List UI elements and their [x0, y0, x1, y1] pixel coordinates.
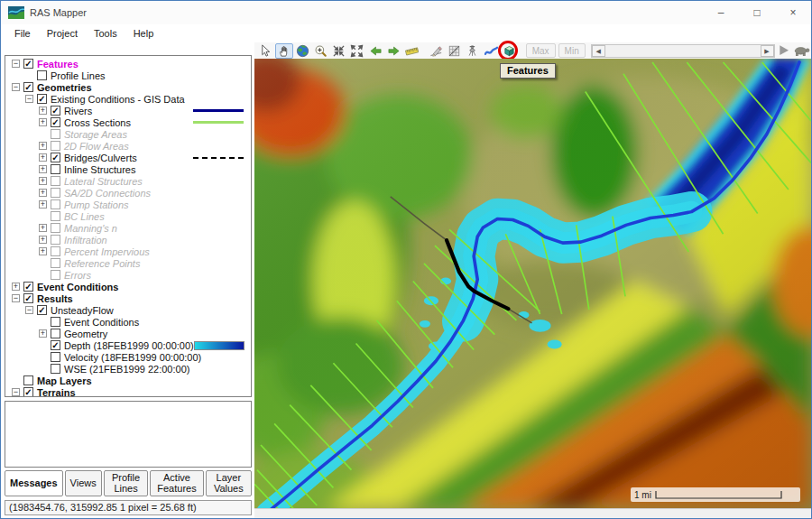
tree-item-event-conditions[interactable]: Event Conditions [7, 316, 251, 328]
menu-help[interactable]: Help [125, 26, 162, 41]
zoom-window-button[interactable] [330, 43, 347, 59]
tree-item-percent-impervious[interactable]: +Percent Impervious [7, 246, 251, 257]
layer-checkbox[interactable] [23, 375, 33, 385]
maximize-button[interactable]: □ [739, 1, 775, 24]
layer-checkbox[interactable] [51, 176, 60, 186]
layer-checkbox[interactable] [51, 364, 60, 374]
tree-item-reference-points[interactable]: Reference Points [7, 257, 251, 269]
slider-track[interactable] [605, 45, 761, 57]
tree-item-map-layers[interactable]: Map Layers [7, 375, 251, 386]
tree-item-unsteadyflow[interactable]: −✓UnsteadyFlow [7, 304, 251, 316]
layer-checkbox[interactable]: ✓ [51, 106, 60, 116]
expander-plus[interactable]: + [12, 283, 20, 291]
tab-messages[interactable]: Messages [5, 470, 63, 496]
tree-item-results[interactable]: −✓Results [7, 292, 251, 304]
animation-speed-button[interactable] [792, 43, 811, 58]
layer-checkbox[interactable]: ✓ [23, 82, 33, 92]
min-button[interactable]: Min [558, 43, 586, 58]
tree-item-lateral-structures[interactable]: +Lateral Structures [7, 175, 251, 187]
layer-checkbox[interactable]: ✓ [23, 282, 33, 292]
measure-button[interactable] [403, 43, 420, 59]
expander-plus[interactable]: + [39, 177, 47, 185]
menu-file[interactable]: File [6, 26, 39, 41]
expander-plus[interactable]: + [39, 236, 47, 244]
terrain-map-canvas[interactable] [254, 59, 811, 508]
layer-checkbox[interactable] [51, 223, 60, 233]
menu-project[interactable]: Project [39, 26, 86, 41]
map-view[interactable]: Features 1 mi [254, 59, 811, 508]
select-button[interactable] [257, 43, 274, 59]
next-view-button[interactable] [385, 43, 402, 59]
expander-minus[interactable]: − [12, 388, 20, 396]
layer-checkbox[interactable] [51, 235, 60, 245]
expander-minus[interactable]: − [12, 60, 20, 68]
expander-plus[interactable]: + [39, 224, 47, 232]
tree-item-manning-s-n[interactable]: +Manning's n [7, 222, 251, 234]
tree-item-features[interactable]: −✓Features [7, 58, 251, 70]
layer-checkbox[interactable] [51, 141, 60, 151]
layer-checkbox[interactable] [51, 246, 60, 256]
menu-tools[interactable]: Tools [86, 26, 125, 41]
play-button[interactable] [776, 43, 791, 58]
layer-checkbox[interactable] [37, 70, 47, 80]
expander-plus[interactable]: + [39, 107, 47, 115]
tool-button[interactable] [464, 43, 481, 59]
layer-checkbox[interactable]: ✓ [23, 293, 33, 303]
expander-minus[interactable]: − [25, 306, 33, 314]
tree-item-cross-sections[interactable]: +✓Cross Sections [7, 116, 251, 128]
layer-checkbox[interactable]: ✓ [23, 59, 33, 69]
layer-checkbox[interactable] [51, 352, 60, 362]
tree-item-depth-18feb1999-00-00-00[interactable]: ✓Depth (18FEB1999 00:00:00) [7, 339, 251, 351]
expander-minus[interactable]: − [12, 83, 20, 91]
tree-item-sa-2d-connections[interactable]: +SA/2D Connections [7, 187, 251, 199]
layer-checkbox[interactable] [51, 258, 60, 268]
tree-item-event-conditions[interactable]: +✓Event Conditions [7, 281, 251, 292]
tree-item-existing-conditions-gis-data[interactable]: −✓Existing Conditions - GIS Data [7, 93, 251, 105]
layer-checkbox[interactable]: ✓ [51, 117, 60, 127]
layer-checkbox[interactable]: ✓ [37, 94, 47, 104]
features-button[interactable] [501, 43, 518, 59]
tree-item-rivers[interactable]: +✓Rivers [7, 105, 251, 116]
tree-item-terrains[interactable]: −✓Terrains [7, 386, 251, 397]
edit-button[interactable] [428, 43, 445, 59]
tree-item-pump-stations[interactable]: +Pump Stations [7, 199, 251, 210]
zoom-full-button[interactable] [348, 43, 365, 59]
layer-checkbox[interactable] [51, 329, 60, 338]
tree-item-infiltration[interactable]: +Infiltration [7, 234, 251, 246]
mesh-button[interactable] [446, 43, 463, 59]
expander-plus[interactable]: + [39, 247, 47, 255]
tree-item-geometries[interactable]: −✓Geometries [7, 81, 251, 93]
tree-item-bridges-culverts[interactable]: +✓Bridges/Culverts [7, 152, 251, 163]
expander-plus[interactable]: + [39, 153, 47, 162]
zoom-in-button[interactable] [312, 43, 329, 59]
slider-left-arrow[interactable]: ◀ [592, 45, 605, 57]
tree-item-inline-structures[interactable]: +Inline Structures [7, 163, 251, 175]
expander-plus[interactable]: + [39, 118, 47, 126]
tree-item-bc-lines[interactable]: BC Lines [7, 210, 251, 222]
slider-right-arrow[interactable]: ▶ [761, 45, 774, 57]
layer-checkbox[interactable] [51, 164, 60, 174]
max-button[interactable]: Max [526, 43, 556, 58]
layer-checkbox[interactable] [51, 188, 60, 198]
tree-item-2d-flow-areas[interactable]: +2D Flow Areas [7, 140, 251, 152]
tree-item-wse-21feb1999-22-00-00[interactable]: WSE (21FEB1999 22:00:00) [7, 363, 251, 375]
expander-plus[interactable]: + [39, 329, 47, 338]
expander-minus[interactable]: − [12, 294, 20, 302]
tree-item-profile-lines[interactable]: Profile Lines [7, 70, 251, 81]
close-button[interactable]: × [775, 1, 811, 24]
minimize-button[interactable]: – [703, 1, 739, 24]
tree-item-storage-areas[interactable]: Storage Areas [7, 128, 251, 140]
tree-item-errors[interactable]: Errors [7, 269, 251, 281]
expander-minus[interactable]: − [25, 95, 33, 103]
layer-checkbox[interactable] [51, 199, 60, 209]
tab-active-features[interactable]: Active Features [150, 470, 203, 496]
layer-checkbox[interactable]: ✓ [51, 153, 60, 162]
layer-checkbox[interactable] [51, 317, 60, 327]
pan-button[interactable] [275, 43, 292, 59]
layer-checkbox[interactable]: ✓ [37, 305, 47, 315]
layer-checkbox[interactable] [51, 270, 60, 280]
layer-tree[interactable]: −✓FeaturesProfile Lines−✓Geometries−✓Exi… [5, 55, 252, 397]
expander-plus[interactable]: + [39, 200, 47, 209]
tab-layer-values[interactable]: Layer Values [206, 470, 252, 496]
expander-plus[interactable]: + [39, 142, 47, 150]
